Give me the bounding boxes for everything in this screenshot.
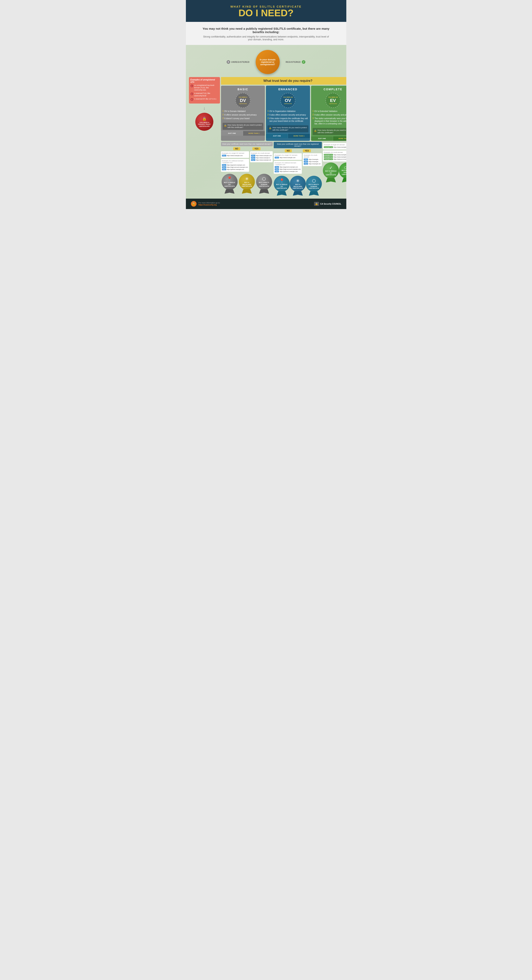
- enhanced-badge: YOU NEED AN OV CERTIFICATE: [280, 93, 295, 108]
- multi-ev-text: BUY A MULTI-DOMAIN CERTIFICATE: [341, 170, 346, 175]
- basic-domain-btns: JUST ONE MORE THAN 1: [221, 131, 265, 135]
- dv-question-box: Does your certificate need more than one…: [221, 142, 273, 146]
- enhanced-feat-1: 1 OV is Organization-Validation: [267, 110, 308, 113]
- complete-lock-icon: 🔒: [314, 129, 317, 132]
- complete-btn-one[interactable]: JUST ONE: [311, 136, 333, 141]
- complete-features: 1 EV is Extended Validation 2 It also of…: [311, 109, 346, 127]
- complete-badge: YOU NEED AN EV CERTIFICATE: [326, 93, 340, 108]
- enhanced-feat-3: 3 If the visitor inspects the certificat…: [267, 117, 308, 123]
- dv-https-tag-m1: https: [251, 155, 255, 156]
- basic-badge-bot: CERTIFICATE: [239, 103, 247, 104]
- buy-wildcard-ov-medal: ✳ BUY A WILDCARD CERTIFICATE: [290, 176, 306, 196]
- basic-badge: YOU NEED A DV CERTIFICATE: [235, 93, 251, 108]
- single-dv-ribbon: [225, 189, 235, 194]
- enhanced-badge-bot: CERTIFICATE: [284, 103, 292, 104]
- footer-info-icon: 🔒: [191, 201, 197, 207]
- ev-multi-url-3: https://www.co.b.com: [333, 159, 346, 160]
- ov-multi-example: Example of a multi-domain https https://…: [303, 153, 322, 166]
- unreg-text-2: A reserved TLD, like casecurity.local: [194, 92, 218, 97]
- enhanced-btn-more[interactable]: MORE THAN 1: [288, 134, 310, 138]
- dv-https-tag-m3: https: [251, 159, 255, 161]
- dv-wild-url-str-1: https://payment.example.com: [227, 164, 245, 166]
- header-title: DO I NEED?: [190, 8, 342, 18]
- unregistered-column: Examples of unregistered urls: 1 An unre…: [189, 77, 220, 196]
- dv-wild-url-1: https https://payment.example.com: [222, 164, 248, 166]
- wildcard-ov-ribbon: [293, 191, 303, 196]
- wildcard-dv-disc: ✳ BUY A WILDCARD CERTIFICATE: [239, 174, 255, 190]
- ev-multi-row-2: Example Inc https://www.example.biz: [324, 156, 346, 158]
- basic-domains-q: 🔒 How many domains do you need to protec…: [222, 123, 264, 130]
- enhanced-feat-2: 2 It also offers session security and pr…: [267, 113, 308, 116]
- dv-https-tag-w3: https: [222, 169, 226, 170]
- enhanced-badge-mid: OV: [285, 98, 291, 103]
- buy-single-dv-medal: 📍 BUY A SINGLE DV CERTIFICATE: [222, 174, 238, 194]
- footer-logo: 🔒 CA Security COUNCIL: [314, 202, 341, 206]
- multi-ev-disc: ⬡⬡ BUY A MULTI-DOMAIN CERTIFICATE: [339, 162, 346, 178]
- single-ov-disc: 📍 BUY A SINGLE OV CERTIFICATE: [274, 176, 290, 192]
- ov-multi-url-str-1: https://example...: [309, 159, 319, 160]
- footer-url[interactable]: https://casecurity.org: [199, 204, 217, 206]
- complete-feat-1-text: EV is Extended Validation: [314, 110, 337, 113]
- complete-badge-top: YOU NEED AN: [328, 97, 338, 98]
- wildcard-ov-text: BUY A WILDCARD CERTIFICATE: [292, 184, 304, 189]
- buy-wildcard-dv-medal: ✳ BUY A WILDCARD CERTIFICATE: [239, 174, 255, 194]
- ov-wild-url-1: https https://payment.example.com: [275, 166, 301, 168]
- dv-multi-url-2: https https://www.example.in: [251, 157, 272, 159]
- footer: 🔒 For more information go to: https://ca…: [186, 199, 346, 209]
- ev-single-title: Example of single EV domain: [324, 144, 346, 146]
- ev-branch-col: Example of single EV domain Example Inc …: [323, 142, 346, 196]
- wildcard-dv-text: BUY A WILDCARD CERTIFICATE: [241, 181, 253, 188]
- dv-yes-col: Example of a multi-domain https https://…: [250, 151, 273, 173]
- complete-feat-3-text: The visitor automatically sees your bran…: [314, 117, 346, 125]
- wildcard-ov-icon: ✳: [296, 178, 300, 184]
- enhanced-btn-one[interactable]: JUST ONE: [266, 134, 288, 138]
- registered-label: REGISTERED: [286, 61, 301, 63]
- complete-feat-1: 1 EV is Extended Validation: [313, 110, 346, 113]
- unreg-num-3: 3: [191, 98, 193, 101]
- unreg-item-3: 3 A reserved IP, like 127.0.0.1: [191, 98, 218, 101]
- dv-single-example: Example of a single DV domain https http…: [221, 151, 249, 158]
- dv-wild-url-3: https https://partner.example.com: [222, 169, 248, 170]
- dv-https-tag-m2: https: [251, 157, 255, 159]
- multi-ov-text: BUY A MULTI-DOMAIN CERTIFICATE: [308, 184, 320, 189]
- dv-wildcard-title: Example of a wildcard domain - *.example…: [222, 160, 248, 164]
- main-columns: Examples of unregistered urls: 1 An unre…: [189, 77, 343, 196]
- dv-multi-url-1: https https://www.example.com: [251, 155, 272, 156]
- footer-info-label: For more information go to:: [199, 202, 221, 204]
- complete-title: COMPLETE: [311, 86, 346, 92]
- unreg-item-2: 2 A reserved TLD, like casecurity.local: [191, 92, 218, 97]
- cert-boxes-row: BASIC YOU NEED A DV CERTIFICATE 1 DV: [221, 86, 346, 141]
- wildcard-dv-ribbon: [242, 189, 252, 194]
- ov-single-url-row: https https://www.example.com: [275, 157, 301, 159]
- unreg-box-title: Examples of unregistered urls:: [191, 79, 218, 83]
- single-ev-ribbon: [326, 178, 336, 182]
- complete-domains-q: 🔒 How many domains do you need to protec…: [313, 128, 346, 135]
- enhanced-domains-q: 🔒 How many domains do you need to protec…: [267, 126, 308, 132]
- ov-yes-label: YES: [303, 149, 311, 152]
- complete-btn-more[interactable]: MORE THAN 1: [333, 136, 346, 141]
- single-dv-icon: 📍: [227, 177, 232, 181]
- dv-no-col: Example of a single DV domain https http…: [221, 151, 249, 173]
- basic-btn-one[interactable]: JUST ONE: [221, 131, 243, 135]
- ov-branch-col: Does your certificate need more than one…: [274, 142, 322, 196]
- ov-wildcard-title: Example of a wildcard domain - *.example…: [275, 162, 301, 165]
- dv-single-url-row: https https://www.example.com: [222, 155, 248, 156]
- dv-multi-example: Example of a multi-domain https https://…: [250, 151, 273, 162]
- basic-cert-box: BASIC YOU NEED A DV CERTIFICATE 1 DV: [221, 86, 265, 141]
- ev-single-url: https://www.example.com: [333, 146, 346, 148]
- ov-https-tag-m3: https: [304, 163, 308, 165]
- multi-ev-icon: ⬡⬡: [344, 166, 346, 170]
- ev-multi-tag-2: Example Inc: [324, 156, 333, 158]
- basic-btn-more[interactable]: MORE THAN 1: [243, 131, 265, 135]
- enhanced-lock-icon: 🔒: [269, 127, 272, 129]
- dv-multi-url-3: https https://www.example.net: [251, 159, 272, 161]
- dv-single-title: Example of a single DV domain: [222, 152, 248, 154]
- ev-single-tag: Example Inc: [324, 146, 333, 148]
- unregistered-urls-box: Examples of unregistered urls: 1 An unre…: [189, 77, 220, 103]
- ov-multi-url-2: https https://example...: [304, 161, 321, 162]
- ev-multi-tag-3: Example Inc: [324, 158, 333, 160]
- ov-single-example: Example of a single OV domain: https htt…: [274, 153, 302, 160]
- ov-https-tag-w3: https: [275, 170, 279, 172]
- ov-multi-url-str-3: https://example.net: [309, 163, 321, 164]
- ev-examples: Example of single EV domain Example Inc …: [323, 143, 346, 161]
